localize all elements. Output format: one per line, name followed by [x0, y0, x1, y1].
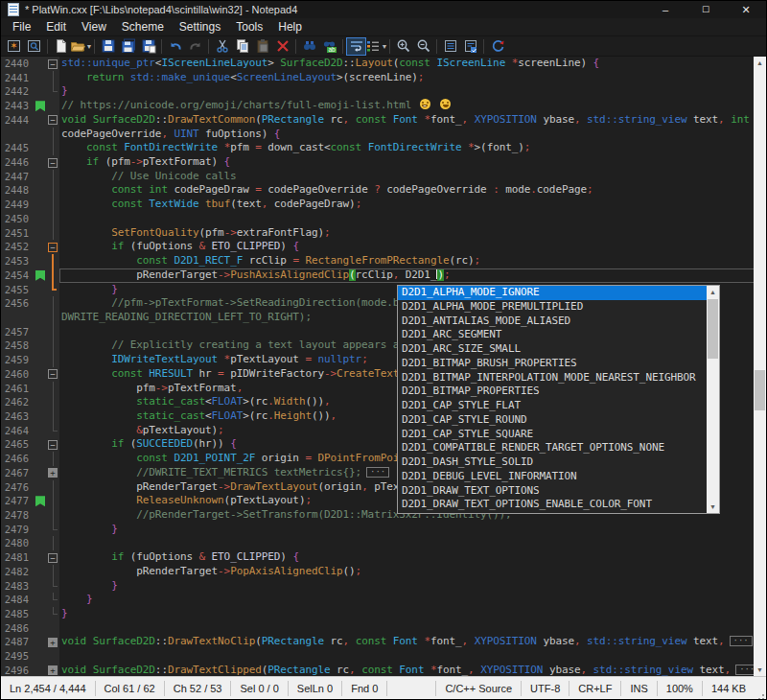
code-line-text[interactable]: codePageOverride, UINT fuOptions) { — [59, 128, 766, 142]
autocomplete-item[interactable]: D2D1_ALPHA_MODE_PREMULTIPLIED — [398, 300, 707, 315]
code-line-text[interactable] — [59, 649, 766, 664]
fold-margin[interactable] — [47, 424, 59, 438]
code-line-text[interactable]: const int codePageDraw = codePageOverrid… — [59, 183, 766, 198]
doc-modify-button[interactable] — [460, 37, 480, 56]
bookmark-margin[interactable] — [34, 183, 47, 198]
code-line-text[interactable]: const TextWide tbuf(text, codePageDraw); — [59, 198, 766, 212]
fold-margin[interactable]: − — [47, 367, 59, 382]
fold-expand-icon[interactable]: + — [48, 638, 58, 647]
line-number[interactable]: 2458 — [1, 338, 34, 353]
scroll-up-arrow-icon[interactable]: ▲ — [754, 57, 766, 69]
autocomplete-item[interactable]: D2D1_DASH_STYLE_SOLID — [398, 455, 707, 470]
autocomplete-item[interactable]: D2D1_DRAW_TEXT_OPTIONS_ENABLE_COLOR_FONT — [398, 498, 707, 512]
line-number[interactable]: 2453 — [1, 254, 34, 268]
line-number[interactable]: 2461 — [1, 382, 34, 396]
fold-margin[interactable] — [47, 353, 59, 367]
bookmark-margin[interactable] — [34, 480, 47, 495]
fold-margin[interactable] — [47, 325, 59, 339]
status-column[interactable]: Col 61 / 62 — [96, 681, 165, 696]
bookmark-margin[interactable] — [34, 367, 47, 382]
bookmark-margin[interactable] — [34, 579, 47, 594]
dropdown-chevron-icon[interactable]: ▼ — [382, 43, 388, 50]
line-number[interactable]: 2465 — [1, 437, 34, 452]
doc-lines-button[interactable] — [440, 37, 460, 56]
close-button[interactable]: ✕ — [726, 1, 766, 18]
fold-margin[interactable] — [47, 565, 59, 579]
fold-margin[interactable] — [47, 338, 59, 353]
line-number[interactable]: 2496 — [1, 664, 34, 676]
delete-button[interactable] — [272, 37, 292, 56]
bookmark-margin[interactable] — [34, 57, 47, 71]
popup-scrollbar-thumb[interactable] — [708, 299, 718, 359]
copy-button[interactable] — [232, 37, 252, 56]
code-line-text[interactable]: if (pfm->pTextFormat) { — [59, 155, 766, 170]
line-number[interactable]: 2447 — [1, 170, 34, 184]
autocomplete-item[interactable]: D2D1_ARC_SIZE_SMALL — [398, 342, 707, 357]
fold-expand-icon[interactable]: + — [48, 468, 58, 478]
fold-margin[interactable] — [47, 283, 59, 297]
bookmark-margin[interactable] — [34, 508, 47, 523]
line-number[interactable]: 2484 — [1, 593, 34, 607]
scrollbar-thumb[interactable] — [755, 370, 765, 410]
fold-margin[interactable] — [47, 649, 59, 664]
line-number[interactable]: 2454 — [1, 268, 34, 283]
find-button[interactable] — [299, 37, 319, 56]
autocomplete-item[interactable]: D2D1_BITMAP_INTERPOLATION_MODE_NEAREST_N… — [398, 371, 707, 385]
bookmark-margin[interactable] — [34, 198, 47, 212]
status-char[interactable]: Ch 52 / 53 — [165, 681, 232, 696]
fold-collapse-icon[interactable]: − — [48, 369, 58, 379]
status-line-ending[interactable]: CR+LF — [569, 681, 620, 696]
code-line-text[interactable]: void SurfaceD2D::DrawTextNoClip(PRectang… — [59, 635, 766, 649]
fold-margin[interactable] — [47, 382, 59, 396]
bookmark-margin[interactable] — [34, 113, 47, 128]
status-encoding[interactable]: UTF-8 — [521, 681, 569, 696]
fold-margin[interactable] — [47, 99, 59, 113]
line-number[interactable]: 2479 — [1, 523, 34, 537]
code-line-text[interactable] — [59, 536, 766, 550]
bookmark-margin[interactable] — [34, 311, 47, 325]
fold-margin[interactable] — [47, 536, 59, 550]
fold-margin[interactable] — [47, 84, 59, 99]
line-number[interactable]: 2485 — [1, 607, 34, 621]
resize-grip[interactable] — [755, 677, 766, 699]
window-search-button[interactable] — [24, 37, 44, 56]
bookmark-margin[interactable] — [34, 565, 47, 579]
code-line-text[interactable]: } — [59, 84, 766, 99]
fold-margin[interactable] — [47, 254, 59, 268]
save-copy-button[interactable] — [138, 37, 158, 56]
fold-margin[interactable] — [47, 141, 59, 155]
bookmark-margin[interactable] — [34, 353, 47, 367]
code-line-text[interactable]: if (fuOptions & ETO_CLIPPED) { — [59, 240, 766, 254]
line-number[interactable]: 2457 — [1, 325, 34, 339]
line-number[interactable]: 2482 — [1, 565, 34, 579]
autocomplete-item[interactable]: D2D1_ARC_SEGMENT — [398, 328, 707, 342]
code-line-text[interactable] — [59, 212, 766, 226]
new-file-button[interactable] — [51, 37, 71, 56]
line-number[interactable]: 2480 — [1, 536, 34, 550]
undo-button[interactable] — [165, 37, 185, 56]
cut-button[interactable] — [212, 37, 232, 56]
window-star-button[interactable]: ✶ — [4, 37, 24, 56]
dropdown-chevron-icon[interactable]: ▼ — [86, 43, 93, 50]
line-number[interactable]: 2462 — [1, 395, 34, 409]
autocomplete-item[interactable]: D2D1_BITMAP_BRUSH_PROPERTIES — [398, 357, 707, 371]
code-line-text[interactable]: SetFontQuality(pfm->extraFontFlag); — [59, 226, 766, 241]
bookmark-margin[interactable] — [34, 523, 47, 537]
line-number[interactable]: 2455 — [1, 283, 34, 297]
zoom-in-button[interactable] — [393, 37, 413, 56]
code-line-text[interactable] — [59, 621, 766, 636]
menu-scheme[interactable]: Scheme — [114, 18, 172, 35]
fold-margin[interactable] — [47, 480, 59, 495]
line-number[interactable]: 2478 — [1, 508, 34, 523]
fold-margin[interactable] — [47, 452, 59, 466]
line-number[interactable]: 2448 — [1, 183, 34, 198]
menu-view[interactable]: View — [74, 18, 114, 35]
fold-margin[interactable] — [47, 296, 59, 311]
fold-margin[interactable] — [47, 311, 59, 325]
code-line-text[interactable]: // Use Unicode calls — [59, 170, 766, 184]
menu-tools[interactable]: Tools — [228, 18, 270, 35]
fold-collapse-icon[interactable]: − — [48, 553, 58, 563]
open-folder-button[interactable]: ▼ — [71, 37, 91, 56]
fold-margin[interactable] — [47, 128, 59, 142]
fold-margin[interactable] — [47, 607, 59, 621]
